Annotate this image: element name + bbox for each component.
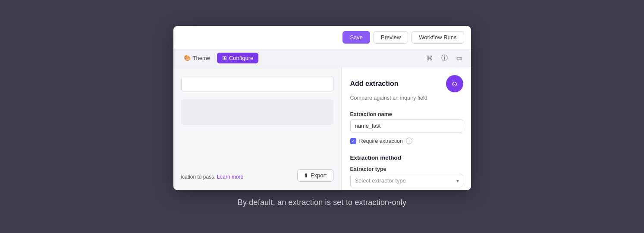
panel-header: Add extraction ⊙ bbox=[350, 75, 463, 92]
panel-subtitle: Compare against an inquiry field bbox=[350, 95, 463, 101]
theme-icon: 🎨 bbox=[184, 55, 191, 61]
extraction-name-input[interactable] bbox=[350, 119, 463, 132]
extractor-type-label: Extractor type bbox=[350, 166, 463, 172]
extraction-name-field: Extraction name bbox=[350, 111, 463, 132]
content-area: ication to pass. Learn more ⬆ Export Add… bbox=[173, 67, 471, 190]
toggle-button[interactable]: ⊙ bbox=[446, 75, 463, 92]
extractor-type-field: Extractor type Select extractor type ▾ bbox=[350, 166, 463, 187]
left-placeholder bbox=[181, 99, 333, 125]
toolbar: Save Preview Workflow Runs bbox=[173, 26, 471, 49]
left-input[interactable] bbox=[181, 76, 333, 91]
require-extraction-info-icon[interactable]: i bbox=[406, 138, 412, 144]
extraction-name-label: Extraction name bbox=[350, 111, 463, 117]
tab-row: 🎨 Theme ⊞ Configure ⌘ ⓘ ▭ bbox=[173, 49, 471, 67]
configure-icon: ⊞ bbox=[222, 55, 227, 61]
export-icon: ⬆ bbox=[304, 172, 308, 179]
toggle-icon: ⊙ bbox=[452, 80, 457, 88]
extraction-method-title: Extraction method bbox=[350, 154, 463, 161]
save-button[interactable]: Save bbox=[342, 31, 370, 44]
tab-configure-label: Configure bbox=[229, 55, 253, 61]
preview-button[interactable]: Preview bbox=[374, 31, 408, 44]
extractor-type-select[interactable]: Select extractor type bbox=[350, 174, 463, 187]
main-card: Save Preview Workflow Runs 🎨 Theme ⊞ Con… bbox=[173, 26, 471, 190]
workflow-runs-button[interactable]: Workflow Runs bbox=[412, 31, 464, 44]
extractor-type-wrapper: Select extractor type ▾ bbox=[350, 174, 463, 187]
require-extraction-checkbox[interactable]: ✓ bbox=[350, 138, 356, 144]
tab-theme-label: Theme bbox=[193, 55, 210, 61]
require-extraction-row: ✓ Require extraction i bbox=[350, 138, 463, 144]
export-label: Export bbox=[311, 172, 327, 179]
info-icon-button[interactable]: ⓘ bbox=[438, 52, 451, 64]
panel-title: Add extraction bbox=[350, 80, 399, 88]
layout-icon-button[interactable]: ▭ bbox=[453, 52, 466, 64]
right-panel: Add extraction ⊙ Compare against an inqu… bbox=[342, 67, 471, 190]
learn-more-text: ication to pass. Learn more bbox=[181, 174, 244, 182]
tab-configure[interactable]: ⊞ Configure bbox=[217, 53, 258, 63]
require-extraction-label: Require extraction bbox=[359, 138, 403, 144]
learn-more-link[interactable]: Learn more bbox=[217, 174, 243, 180]
caption-text: By default, an extraction is set to extr… bbox=[238, 198, 406, 207]
command-icon-button[interactable]: ⌘ bbox=[423, 52, 436, 64]
left-panel: ication to pass. Learn more ⬆ Export bbox=[173, 67, 342, 190]
tab-theme[interactable]: 🎨 Theme bbox=[179, 53, 215, 63]
learn-more-prefix: ication to pass. bbox=[181, 174, 216, 180]
export-button[interactable]: ⬆ Export bbox=[297, 169, 333, 182]
